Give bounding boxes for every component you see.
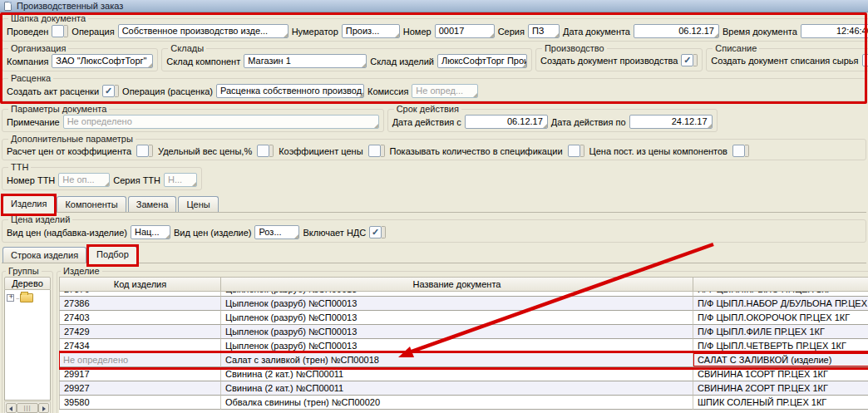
operation-field[interactable]: Собственное производство изде... <box>118 24 289 38</box>
rascenka-operation-field[interactable]: Расценка собственного производ... <box>216 84 364 98</box>
proveden-checkbox[interactable] <box>52 25 68 37</box>
show-qty-checkbox[interactable] <box>568 145 584 157</box>
scroll-thumb[interactable]: ||| <box>17 403 38 413</box>
create-production-doc-checkbox[interactable] <box>681 54 698 66</box>
tab-komponenty[interactable]: Компоненты <box>57 196 126 212</box>
podbor-tab-panel: Группы Дерево -- ||| <box>2 263 866 413</box>
tab-izdeliya[interactable]: Изделия <box>2 195 55 213</box>
valid-from-label: Дата действия с <box>392 117 461 127</box>
scroll-left-button[interactable] <box>6 403 17 413</box>
group-validity-legend: Срок действия <box>394 104 461 114</box>
group-rascenka-legend: Расценка <box>8 73 53 83</box>
tree-header-derevo[interactable]: Дерево <box>4 277 51 290</box>
table-row[interactable]: 27429 Цыпленок (разруб) №СП00013 П/Ф ЦЫП… <box>59 325 868 339</box>
weight-price-label: Удельный вес цены,% <box>158 146 252 156</box>
izdeliya-tab-panel: Цена изделий Вид цен (надбавка-изделие) … <box>2 212 866 413</box>
create-production-doc-label: Создать документ производства <box>540 56 678 66</box>
item-price-type-label: Вид цен (изделие) <box>174 228 252 238</box>
highlighted-product-cell[interactable]: САЛАТ С ЗАЛИВКОЙ (изделие) <box>693 353 868 367</box>
company-field[interactable]: ЗАО "ЛюксСофтТорг" <box>52 54 153 68</box>
note-label: Примечание <box>7 117 60 127</box>
tab-podbor[interactable]: Подбор <box>88 246 137 263</box>
group-organization: Организация Компания ЗАО "ЛюксСофтТорг" <box>2 43 158 71</box>
group-extra-params: Дополнительные параметры Расчет цен от к… <box>2 134 866 160</box>
create-writeoff-doc-checkbox[interactable] <box>862 54 868 66</box>
markup-price-type-label: Вид цен (надбавка-изделие) <box>7 228 127 238</box>
table-row[interactable]: 27434 Цыпленок (разруб) №СП00013 П/Ф ЦЫП… <box>59 339 868 353</box>
doc-time-label: Время документа <box>723 27 797 37</box>
coef-calc-checkbox[interactable] <box>136 145 153 157</box>
table-row[interactable]: 27403 Цыпленок (разруб) №СП00013 П/Ф ЦЫП… <box>59 311 868 325</box>
group-writeoff-legend: Списание <box>713 43 759 53</box>
number-field[interactable]: 00017 <box>435 24 495 38</box>
ttn-series-field[interactable]: Н... <box>164 173 197 187</box>
scroll-right-button[interactable] <box>38 403 49 413</box>
valid-to-label: Дата действия по <box>551 117 626 127</box>
series-field[interactable]: ПЗ <box>528 24 560 38</box>
group-validity: Срок действия Дата действия с 06.12.17 Д… <box>387 104 718 132</box>
production-order-window: { "window": { "title": "Производственный… <box>0 0 868 413</box>
group-doc-params-legend: Параметры документа <box>8 104 109 114</box>
warehouse-products-label: Склад изделий <box>370 57 434 66</box>
numerator-field[interactable]: Произ... <box>342 24 400 38</box>
folder-icon <box>20 293 33 302</box>
valid-to-field[interactable]: 24.12.17 <box>629 115 713 129</box>
group-ttn: ТТН Номер ТТН Не оп... Серия ТТН Н... <box>2 162 202 190</box>
tree-horizontal-scrollbar[interactable]: ||| <box>4 401 51 413</box>
rascenka-operation-label: Операция (расценка) <box>122 86 213 96</box>
vat-label: Включает НДС <box>303 228 366 238</box>
tree-root-node[interactable]: -- <box>7 293 48 302</box>
ttn-series-label: Серия ТТН <box>113 175 160 185</box>
number-label: Номер <box>403 27 432 37</box>
create-act-checkbox[interactable] <box>102 85 119 97</box>
create-writeoff-doc-label: Создать документ списания сырья <box>711 56 858 66</box>
warehouse-products-field[interactable]: ЛюксСофтТорг Произ... <box>437 54 527 68</box>
item-price-type-field[interactable]: Роз... <box>254 225 299 239</box>
tab-ceny[interactable]: Цены <box>178 196 218 212</box>
group-extra-params-legend: Дополнительные параметры <box>8 134 136 144</box>
ttn-number-field[interactable]: Не оп... <box>58 173 110 187</box>
window-title: Производственный заказ <box>17 1 123 11</box>
note-field[interactable]: Не определено <box>63 115 379 129</box>
table-row[interactable]: 29927 Свинина (2 кат.) №СП00011 СВИНИНА … <box>59 381 868 396</box>
valid-from-field[interactable]: 06.12.17 <box>465 115 548 129</box>
column-header-doc-name[interactable]: Название документа <box>221 277 693 292</box>
numerator-label: Нумератор <box>292 27 338 37</box>
price-from-components-checkbox[interactable] <box>732 145 749 157</box>
document-icon <box>4 2 12 11</box>
table-row[interactable]: 27386 Цыпленок (разруб) №СП00013 П/Ф ЦЫП… <box>59 297 868 311</box>
group-product-price: Цена изделий Вид цен (надбавка-изделие) … <box>2 214 866 243</box>
groups-tree[interactable]: -- <box>4 290 51 401</box>
group-production-legend: Производство <box>542 43 607 53</box>
doc-time-field[interactable]: 12:46:40 <box>801 24 868 38</box>
table-row[interactable]: 39580 Обвалка свинины (трен) №СП00020 ШП… <box>59 396 868 410</box>
table-header-row: Код изделия Название документа <box>59 277 868 292</box>
weight-price-checkbox[interactable] <box>257 145 274 157</box>
doc-date-field[interactable]: 06.12.17 <box>634 24 719 38</box>
group-writeoff: Списание Создать документ списания сырья <box>706 43 868 71</box>
table-row-highlighted[interactable]: Не определено Салат с заливкой (трен) №С… <box>59 353 868 367</box>
price-from-components-label: Цена пост. из цены компонентов <box>589 146 727 156</box>
operation-label: Операция <box>72 27 114 37</box>
group-izdelie-legend: Изделие <box>61 266 102 276</box>
table-body: 27376 Цыпленок (разруб) №СП00013 П/Ф ЦЫП… <box>59 292 868 413</box>
tab-zamena[interactable]: Замена <box>128 196 177 212</box>
column-header-code[interactable]: Код изделия <box>59 277 221 292</box>
vat-checkbox[interactable] <box>369 226 386 238</box>
group-product-price-legend: Цена изделий <box>8 214 72 224</box>
tree-expand-icon[interactable] <box>7 294 14 302</box>
warehouse-component-field[interactable]: Магазин 1 <box>244 54 367 68</box>
markup-price-type-field[interactable]: Нац... <box>131 225 170 239</box>
column-header-product[interactable] <box>693 277 868 292</box>
warehouse-component-label: Склад компонент <box>166 57 240 66</box>
commission-field[interactable]: Не опред... <box>412 84 478 98</box>
create-act-label: Создать акт расценки <box>7 86 99 96</box>
table-row[interactable]: 29917 Свинина (2 кат.) №СП00011 СВИНИНА … <box>59 367 868 381</box>
proveden-label: Проведен <box>7 27 48 37</box>
price-coef-checkbox[interactable] <box>368 145 385 157</box>
group-production: Производство Создать документ производст… <box>535 43 703 71</box>
group-ttn-legend: ТТН <box>8 162 31 172</box>
tab-stroka-izdeliya[interactable]: Строка изделия <box>2 247 86 263</box>
group-organization-legend: Организация <box>8 43 68 53</box>
group-shapka: Шапка документа Проведен Операция Собств… <box>2 13 868 42</box>
